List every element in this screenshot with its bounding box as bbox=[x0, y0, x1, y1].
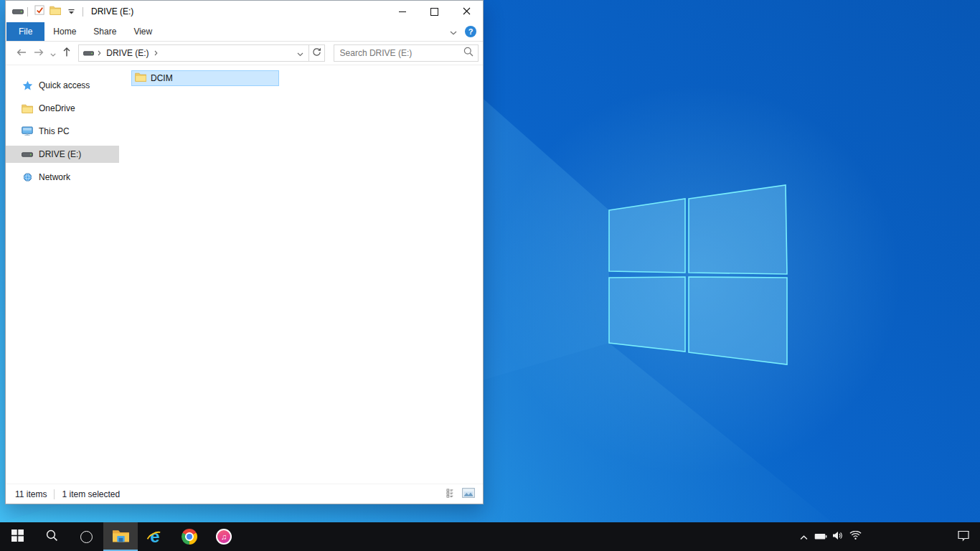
taskbar-itunes-button[interactable]: ♫ bbox=[207, 522, 241, 551]
wifi-icon bbox=[849, 531, 862, 542]
new-folder-icon bbox=[50, 6, 61, 17]
tray-show-hidden-icons-button[interactable] bbox=[795, 522, 812, 551]
qat-new-folder-button[interactable] bbox=[47, 4, 63, 19]
address-history-dropdown-button[interactable] bbox=[294, 45, 307, 61]
qat-properties-button[interactable] bbox=[32, 4, 47, 19]
internet-explorer-icon: e bbox=[146, 527, 164, 546]
ribbon-collapse-button[interactable] bbox=[450, 27, 457, 37]
navigation-bar: DRIVE (E:) bbox=[6, 42, 483, 65]
large-thumbnails-view-icon bbox=[462, 488, 475, 500]
taskbar-chrome-button[interactable] bbox=[172, 522, 207, 551]
selection-count: 1 item selected bbox=[62, 489, 120, 499]
status-bar: 11 items 1 item selected bbox=[6, 484, 483, 504]
sidebar-item-label: Quick access bbox=[39, 80, 90, 90]
tray-volume-button[interactable] bbox=[829, 522, 847, 551]
refresh-icon bbox=[312, 47, 321, 59]
action-center-icon bbox=[957, 530, 970, 544]
itunes-icon: ♫ bbox=[216, 529, 232, 545]
recent-locations-chevron-icon bbox=[50, 48, 56, 59]
maximize-icon bbox=[430, 8, 438, 16]
back-button[interactable] bbox=[13, 44, 30, 62]
address-drive-icon bbox=[83, 47, 94, 60]
details-view-button[interactable] bbox=[446, 488, 458, 501]
taskbar: e ♫ bbox=[0, 522, 980, 551]
address-bar[interactable]: DRIVE (E:) bbox=[78, 44, 308, 62]
sidebar-item-network[interactable]: Network bbox=[6, 169, 119, 186]
ribbon-right-controls: ? bbox=[450, 22, 483, 41]
details-view-icon bbox=[446, 489, 457, 500]
recent-locations-button[interactable] bbox=[47, 44, 59, 62]
sidebar-item-quick-access[interactable]: Quick access bbox=[6, 77, 119, 94]
search-input[interactable] bbox=[339, 47, 463, 59]
window-title: DRIVE (E:) bbox=[91, 6, 133, 17]
battery-icon bbox=[814, 532, 827, 542]
tab-home[interactable]: Home bbox=[44, 22, 85, 41]
volume-icon bbox=[832, 531, 844, 542]
chrome-icon bbox=[182, 529, 197, 545]
sidebar: Quick access OneDrive This PC bbox=[6, 65, 119, 484]
chevron-down-icon bbox=[450, 27, 457, 37]
caption-buttons bbox=[386, 1, 483, 22]
tab-share[interactable]: Share bbox=[85, 22, 125, 41]
refresh-button[interactable] bbox=[309, 44, 325, 62]
chevron-down-icon bbox=[297, 48, 303, 59]
titlebar[interactable]: DRIVE (E:) bbox=[6, 1, 483, 22]
minimize-icon bbox=[399, 11, 406, 12]
tab-view[interactable]: View bbox=[125, 22, 161, 41]
properties-check-icon bbox=[34, 5, 45, 18]
sidebar-item-label: This PC bbox=[39, 126, 70, 136]
large-icons-view-button[interactable] bbox=[461, 487, 476, 501]
file-explorer-icon bbox=[112, 529, 130, 545]
up-arrow-icon bbox=[62, 47, 72, 60]
cortana-button[interactable] bbox=[69, 522, 103, 551]
minimize-button[interactable] bbox=[386, 1, 418, 22]
titlebar-separator bbox=[27, 7, 28, 17]
start-button[interactable] bbox=[0, 522, 34, 551]
desktop: DRIVE (E:) File Home Share View bbox=[0, 0, 980, 551]
system-tray bbox=[795, 522, 980, 551]
drive-icon bbox=[22, 151, 33, 158]
tray-wifi-button[interactable] bbox=[847, 522, 864, 551]
sidebar-item-label: Network bbox=[39, 172, 70, 182]
sidebar-item-onedrive[interactable]: OneDrive bbox=[6, 100, 119, 117]
taskbar-internet-explorer-button[interactable]: e bbox=[138, 522, 172, 551]
file-item-label: DCIM bbox=[151, 73, 173, 83]
ribbon-tabs: File Home Share View ? bbox=[6, 22, 483, 42]
file-item-dcim[interactable]: DCIM bbox=[131, 70, 279, 86]
breadcrumb-drive[interactable]: DRIVE (E:) bbox=[105, 48, 150, 58]
breadcrumb-chevron-icon bbox=[154, 50, 158, 56]
close-button[interactable] bbox=[451, 1, 483, 22]
hidden-icons-chevron-icon bbox=[800, 532, 808, 542]
network-globe-icon bbox=[22, 172, 33, 182]
window-drive-icon bbox=[12, 9, 24, 15]
tray-battery-button[interactable] bbox=[812, 522, 829, 551]
maximize-button[interactable] bbox=[418, 1, 451, 22]
search-box bbox=[334, 44, 479, 62]
statusbar-divider bbox=[54, 489, 55, 499]
file-explorer-window: DRIVE (E:) File Home Share View bbox=[5, 0, 484, 504]
taskbar-search-button[interactable] bbox=[34, 522, 69, 551]
tab-file[interactable]: File bbox=[6, 22, 44, 41]
taskbar-file-explorer-button[interactable] bbox=[103, 522, 138, 551]
cortana-icon bbox=[80, 531, 93, 543]
file-list-area[interactable]: DCIM bbox=[119, 65, 483, 484]
up-button[interactable] bbox=[58, 44, 75, 62]
this-pc-monitor-icon bbox=[22, 126, 33, 136]
titlebar-separator bbox=[83, 7, 83, 17]
sidebar-item-drive-e[interactable]: DRIVE (E:) bbox=[6, 146, 119, 163]
help-question-icon: ? bbox=[465, 26, 476, 37]
forward-arrow-icon bbox=[33, 47, 44, 60]
item-count: 11 items bbox=[15, 489, 47, 499]
folder-icon bbox=[135, 72, 146, 84]
action-center-button[interactable] bbox=[947, 522, 980, 551]
qat-customize-button[interactable] bbox=[63, 4, 79, 19]
window-body: Quick access OneDrive This PC bbox=[6, 65, 483, 484]
help-button[interactable]: ? bbox=[465, 26, 476, 37]
forward-button[interactable] bbox=[30, 44, 47, 62]
folder-icon bbox=[22, 104, 33, 113]
close-icon bbox=[463, 6, 471, 17]
customize-qat-dropdown-icon bbox=[68, 6, 75, 17]
search-icon[interactable] bbox=[463, 47, 473, 60]
sidebar-item-this-pc[interactable]: This PC bbox=[6, 123, 119, 140]
start-icon bbox=[11, 529, 24, 544]
